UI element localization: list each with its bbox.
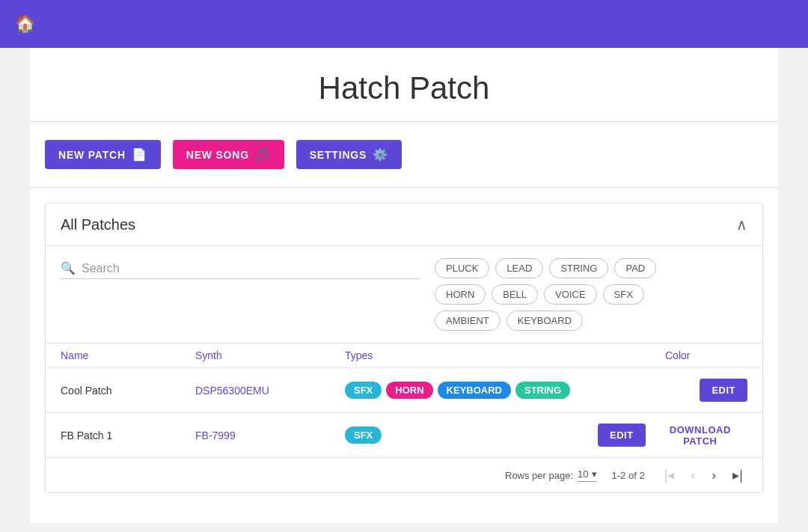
type-tag: HORN [386, 382, 432, 399]
buttons-section: NEW PATCH 📄 NEW SONG 🎵 SETTINGS ⚙️ [30, 122, 778, 188]
col-types: Types [345, 349, 658, 361]
type-filter-chip[interactable]: PAD [614, 258, 656, 278]
pagination-next[interactable]: › [707, 466, 720, 485]
row-actions: EDITDOWNLOAD PATCH [598, 424, 747, 447]
rows-per-page-select[interactable]: 10 ▾ [578, 468, 596, 482]
patches-title: All Patches [61, 216, 135, 233]
pagination-prev[interactable]: ‹ [686, 466, 700, 485]
new-patch-icon: 📄 [132, 147, 147, 162]
col-synth: Synth [195, 349, 345, 361]
type-tag: KEYBOARD [438, 382, 511, 399]
type-filter-chip[interactable]: BELL [492, 284, 538, 305]
page-title: Hatch Patch [45, 70, 763, 106]
row-name: FB Patch 1 [61, 429, 195, 441]
type-filter-chip[interactable]: STRING [549, 258, 608, 278]
type-tag: SFX [345, 426, 382, 444]
new-song-icon: 🎵 [255, 147, 271, 162]
new-patch-button[interactable]: NEW PATCH 📄 [45, 140, 161, 169]
type-tag: STRING [515, 382, 570, 399]
pagination-first[interactable]: |◂ [660, 465, 679, 485]
edit-button[interactable]: EDIT [700, 379, 747, 402]
top-navbar: 🏠 [0, 0, 808, 48]
new-song-button[interactable]: NEW SONG 🎵 [173, 140, 284, 169]
rows-select-chevron: ▾ [592, 468, 597, 480]
row-synth: DSP56300EMU [195, 385, 345, 397]
col-color: Color [658, 349, 747, 361]
row-synth: FB-7999 [195, 429, 345, 441]
table-rows-container: Cool PatchDSP56300EMUSFXHORNKEYBOARDSTRI… [46, 368, 762, 457]
search-input[interactable] [82, 262, 420, 275]
rows-per-page-value: 10 [578, 468, 588, 480]
pagination: Rows per page: 10 ▾ 1-2 of 2 |◂ ‹ › ▸| [46, 457, 762, 492]
settings-button[interactable]: SETTINGS ⚙️ [296, 140, 402, 169]
patches-header: All Patches ∧ [46, 204, 762, 246]
type-filter-chip[interactable]: SFX [603, 284, 644, 305]
rows-per-page: Rows per page: 10 ▾ [505, 468, 597, 482]
col-name: Name [61, 349, 195, 361]
type-tag: SFX [345, 382, 382, 399]
type-filter-chip[interactable]: KEYBOARD [506, 311, 583, 331]
collapse-icon[interactable]: ∧ [736, 215, 747, 233]
filter-row: 🔍 PLUCKLEADSTRINGPADHORNBELLVOICESFXAMBI… [46, 246, 762, 343]
settings-label: SETTINGS [310, 149, 367, 161]
edit-button[interactable]: EDIT [598, 424, 646, 447]
settings-icon: ⚙️ [373, 147, 388, 162]
home-icon[interactable]: 🏠 [15, 14, 35, 34]
pagination-info: 1-2 of 2 [612, 470, 645, 481]
type-filter-chip[interactable]: LEAD [495, 258, 543, 278]
search-icon: 🔍 [61, 261, 76, 275]
pagination-last[interactable]: ▸| [728, 465, 747, 485]
row-name: Cool Patch [61, 385, 195, 397]
row-actions: EDIT [598, 379, 747, 402]
new-song-label: NEW SONG [186, 149, 249, 161]
type-filter-chip[interactable]: AMBIENT [435, 311, 501, 331]
row-types: SFX [345, 426, 598, 444]
type-chips: PLUCKLEADSTRINGPADHORNBELLVOICESFXAMBIEN… [435, 258, 689, 331]
type-filter-chip[interactable]: PLUCK [435, 258, 489, 278]
main-content: Hatch Patch NEW PATCH 📄 NEW SONG 🎵 SETTI… [30, 48, 778, 523]
type-filter-chip[interactable]: VOICE [544, 284, 596, 305]
new-patch-label: NEW PATCH [58, 149, 126, 161]
row-types: SFXHORNKEYBOARDSTRING [345, 382, 598, 399]
title-section: Hatch Patch [30, 48, 778, 122]
table-row: Cool PatchDSP56300EMUSFXHORNKEYBOARDSTRI… [46, 368, 762, 413]
patches-section: All Patches ∧ 🔍 PLUCKLEADSTRINGPADHORNBE… [45, 203, 763, 493]
table-header: Name Synth Types Color [46, 343, 762, 368]
download-patch-button[interactable]: DOWNLOAD PATCH [653, 424, 747, 447]
search-container: 🔍 [61, 258, 420, 279]
rows-per-page-label: Rows per page: [505, 470, 573, 481]
type-filter-chip[interactable]: HORN [435, 284, 486, 305]
table-row: FB Patch 1FB-7999SFXEDITDOWNLOAD PATCH [46, 413, 762, 457]
